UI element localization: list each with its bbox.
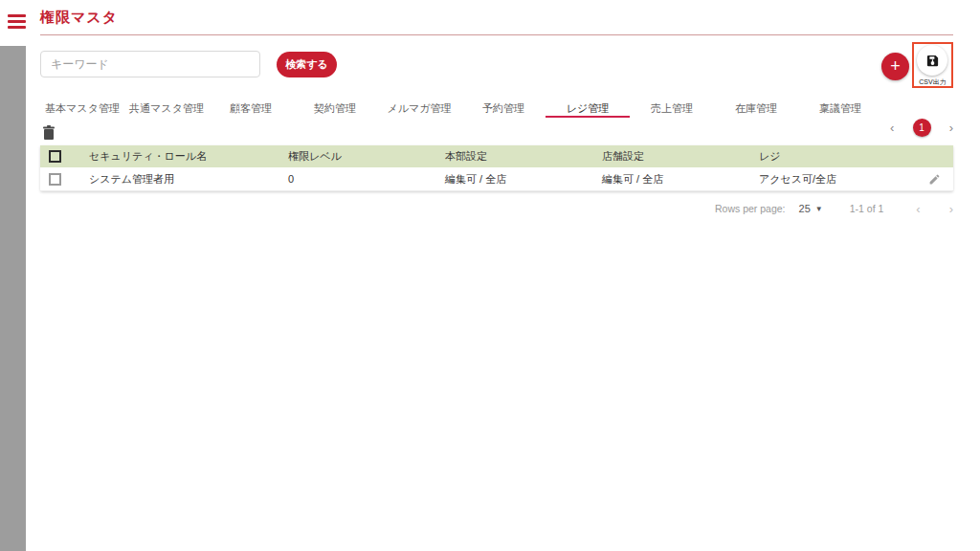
tab-approval[interactable]: 稟議管理 — [798, 97, 882, 118]
search-input[interactable] — [40, 51, 260, 77]
tab-reservation[interactable]: 予約管理 — [461, 97, 546, 118]
table-header-row: セキュリティ・ロール名 権限レベル 本部設定 店舗設定 レジ — [40, 145, 953, 167]
pencil-icon — [928, 173, 944, 186]
title-divider — [40, 34, 953, 35]
sidebar-collapsed-strip[interactable] — [0, 46, 26, 551]
row-checkbox[interactable] — [49, 173, 61, 186]
rows-per-page-value: 25 — [799, 203, 811, 214]
tab-register[interactable]: レジ管理 — [546, 97, 630, 118]
select-all-checkbox[interactable] — [49, 150, 61, 163]
rows-per-page-select[interactable]: 25 ▼ — [799, 203, 823, 214]
rows-per-page-label: Rows per page: — [715, 203, 786, 214]
col-header-register: レジ — [754, 149, 919, 164]
tab-basic-master[interactable]: 基本マスタ管理 — [40, 97, 124, 118]
hamburger-menu-icon[interactable] — [8, 14, 27, 30]
col-header-permission-level: 権限レベル — [283, 149, 440, 164]
col-header-hq-setting: 本部設定 — [440, 149, 597, 164]
table-row: システム管理者用 0 編集可 / 全店 編集可 / 全店 アクセス可/全店 — [40, 167, 953, 191]
hamburger-bar — [8, 14, 26, 17]
col-header-store-setting: 店舗設定 — [597, 149, 754, 164]
page-title: 権限マスタ — [40, 9, 118, 27]
cell-role-name: システム管理者用 — [84, 172, 283, 187]
search-button[interactable]: 検索する — [277, 52, 337, 77]
cell-permission-level: 0 — [283, 173, 440, 185]
trash-icon — [42, 125, 59, 141]
cell-register: アクセス可/全店 — [754, 172, 919, 187]
edit-row-button[interactable] — [928, 171, 944, 187]
footer-prev-icon[interactable]: ‹ — [916, 203, 920, 215]
permissions-table: セキュリティ・ロール名 権限レベル 本部設定 店舗設定 レジ システム管理者用 … — [40, 145, 953, 191]
page-next-icon[interactable]: › — [949, 121, 953, 134]
tab-sales[interactable]: 売上管理 — [630, 97, 714, 118]
cell-store-setting: 編集可 / 全店 — [597, 172, 754, 187]
save-floppy-icon — [925, 54, 940, 68]
col-header-role-name: セキュリティ・ロール名 — [84, 149, 283, 164]
add-button[interactable]: + — [881, 53, 909, 80]
hamburger-bar — [8, 26, 26, 29]
dropdown-arrow-icon: ▼ — [815, 205, 823, 213]
cell-hq-setting: 編集可 / 全店 — [440, 172, 597, 187]
table-footer: Rows per page: 25 ▼ 1-1 of 1 ‹ › — [570, 197, 953, 220]
csv-export-button[interactable] — [917, 45, 947, 76]
delete-selected-button[interactable] — [42, 124, 59, 142]
tab-inventory[interactable]: 在庫管理 — [714, 97, 798, 118]
tab-mailmag[interactable]: メルマガ管理 — [377, 97, 461, 118]
page-number-button[interactable]: 1 — [913, 119, 931, 137]
footer-next-icon[interactable]: › — [949, 203, 953, 215]
row-range-label: 1-1 of 1 — [850, 203, 884, 214]
tab-contract[interactable]: 契約管理 — [293, 97, 377, 118]
pagination-top: ‹ 1 › — [890, 117, 953, 138]
csv-export-label: CSV出力 — [912, 77, 953, 87]
tab-customer[interactable]: 顧客管理 — [209, 97, 293, 118]
hamburger-bar — [8, 20, 26, 23]
tab-common-master[interactable]: 共通マスタ管理 — [124, 97, 209, 118]
tab-bar: 基本マスタ管理 共通マスタ管理 顧客管理 契約管理 メルマガ管理 予約管理 レジ… — [40, 97, 882, 118]
page-prev-icon[interactable]: ‹ — [890, 121, 894, 134]
